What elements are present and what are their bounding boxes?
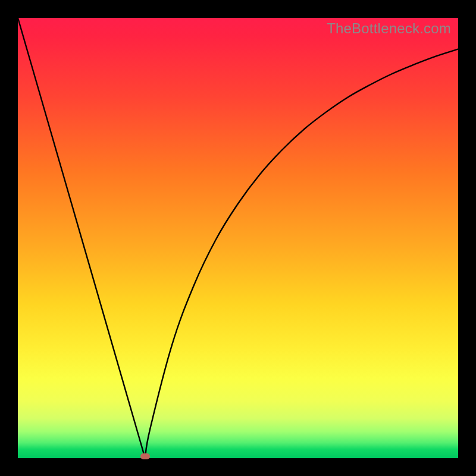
plot-area: TheBottleneck.com [18, 18, 458, 458]
bottleneck-curve [18, 18, 458, 458]
chart-frame: TheBottleneck.com [0, 0, 476, 476]
minimum-marker [140, 453, 150, 459]
